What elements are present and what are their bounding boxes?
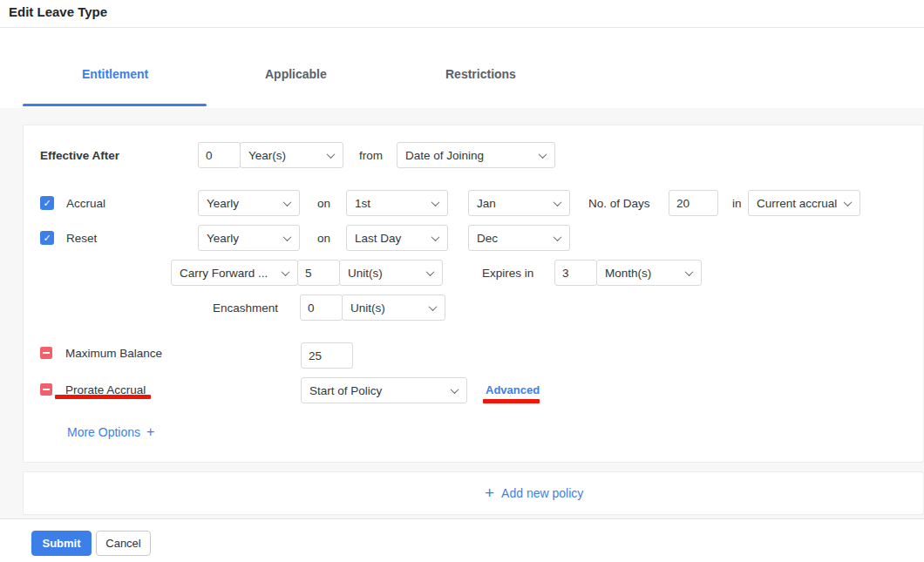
- encashment-unit-value: Unit(s): [350, 301, 385, 315]
- carry-forward-type-select[interactable]: Carry Forward ...: [171, 260, 298, 286]
- expires-in-unit-select[interactable]: Month(s): [596, 260, 702, 286]
- chevron-down-icon: [844, 198, 853, 207]
- reset-month-select[interactable]: Dec: [468, 225, 570, 251]
- annotation-underline: [55, 395, 151, 399]
- encashment-label: Encashment: [213, 301, 278, 315]
- reset-frequency-value: Yearly: [207, 232, 239, 245]
- prorate-accrual-value: Start of Policy: [309, 384, 382, 397]
- chevron-down-icon: [282, 267, 290, 276]
- encashment-value-input[interactable]: [300, 295, 343, 321]
- effective-after-source-value: Date of Joining: [405, 149, 484, 162]
- accrual-day-select[interactable]: 1st: [346, 190, 448, 216]
- tab-applicable[interactable]: Applicable: [265, 67, 327, 81]
- chevron-down-icon: [431, 198, 440, 207]
- prorate-accrual-select[interactable]: Start of Policy: [301, 377, 467, 403]
- tab-entitlement[interactable]: Entitlement: [82, 67, 148, 81]
- effective-after-value-input[interactable]: [198, 142, 241, 168]
- accrual-day-value: 1st: [355, 197, 370, 210]
- policy-card: [23, 125, 924, 463]
- annotation-underline: [483, 399, 540, 403]
- encashment-unit-select[interactable]: Unit(s): [342, 295, 445, 321]
- plus-icon: +: [146, 424, 154, 440]
- chevron-down-icon: [451, 385, 459, 394]
- from-word: from: [359, 149, 383, 162]
- advanced-link[interactable]: Advanced: [486, 383, 540, 396]
- chevron-down-icon: [685, 267, 694, 276]
- maximum-balance-checkbox[interactable]: [40, 347, 52, 359]
- maximum-balance-input[interactable]: [301, 342, 353, 369]
- add-policy-bar: [23, 471, 924, 515]
- edit-leave-type-window: Edit Leave Type Entitlement Applicable R…: [0, 0, 924, 562]
- plus-icon: +: [485, 485, 494, 501]
- reset-label: Reset: [66, 232, 97, 245]
- footer-divider: [0, 518, 924, 519]
- reset-month-value: Dec: [477, 232, 498, 245]
- expires-in-unit-value: Month(s): [605, 267, 651, 280]
- chevron-down-icon: [283, 198, 292, 207]
- chevron-down-icon: [554, 233, 562, 241]
- accrual-frequency-select[interactable]: Yearly: [198, 190, 300, 216]
- reset-day-value: Last Day: [355, 232, 401, 245]
- submit-button[interactable]: Submit: [31, 531, 92, 556]
- chevron-down-icon: [327, 150, 336, 159]
- no-of-days-label: No. of Days: [588, 197, 650, 210]
- prorate-accrual-checkbox[interactable]: [40, 383, 52, 396]
- chevron-down-icon: [426, 267, 435, 276]
- accrual-month-value: Jan: [477, 197, 496, 210]
- no-of-days-input[interactable]: [669, 190, 718, 216]
- accrual-on-word: on: [317, 197, 330, 210]
- minus-icon: [43, 352, 50, 354]
- minus-icon: [43, 389, 50, 390]
- add-new-policy-label: Add new policy: [501, 486, 583, 500]
- chevron-down-icon: [431, 233, 440, 241]
- active-tab-underline: [23, 104, 207, 106]
- header-divider: [0, 27, 924, 28]
- chevron-down-icon: [283, 233, 292, 241]
- effective-after-source-select[interactable]: Date of Joining: [397, 142, 555, 168]
- tab-restrictions[interactable]: Restrictions: [445, 67, 516, 81]
- more-options-link[interactable]: More Options +: [67, 424, 154, 440]
- carry-forward-unit-select[interactable]: Unit(s): [339, 260, 443, 286]
- reset-on-word: on: [317, 232, 330, 245]
- check-icon: ✓: [43, 233, 51, 243]
- maximum-balance-label: Maximum Balance: [65, 347, 162, 360]
- reset-day-select[interactable]: Last Day: [346, 225, 448, 251]
- chevron-down-icon: [429, 302, 438, 311]
- page-title: Edit Leave Type: [9, 4, 107, 19]
- chevron-down-icon: [539, 150, 547, 159]
- effective-after-label: Effective After: [40, 149, 119, 162]
- accrual-label: Accrual: [66, 197, 105, 210]
- more-options-label: More Options: [67, 425, 140, 439]
- expires-in-label: Expires in: [482, 267, 533, 280]
- carry-forward-unit-value: Unit(s): [348, 267, 383, 280]
- reset-frequency-select[interactable]: Yearly: [198, 225, 300, 251]
- expires-in-value-input[interactable]: [554, 260, 597, 286]
- accrual-checkbox[interactable]: ✓: [40, 196, 54, 210]
- accrual-target-value: Current accrual: [757, 197, 837, 210]
- accrual-month-select[interactable]: Jan: [468, 190, 570, 216]
- reset-checkbox[interactable]: ✓: [40, 231, 54, 245]
- effective-after-unit-select[interactable]: Year(s): [240, 142, 343, 168]
- accrual-target-select[interactable]: Current accrual: [748, 190, 860, 216]
- carry-forward-value-input[interactable]: [297, 260, 340, 286]
- effective-after-unit-value: Year(s): [248, 149, 286, 162]
- chevron-down-icon: [554, 198, 562, 207]
- cancel-button[interactable]: Cancel: [96, 531, 151, 556]
- accrual-in-word: in: [732, 197, 742, 210]
- carry-forward-type-value: Carry Forward ...: [180, 267, 268, 280]
- accrual-frequency-value: Yearly: [207, 197, 239, 210]
- check-icon: ✓: [43, 198, 51, 208]
- add-new-policy-link[interactable]: + Add new policy: [485, 485, 583, 501]
